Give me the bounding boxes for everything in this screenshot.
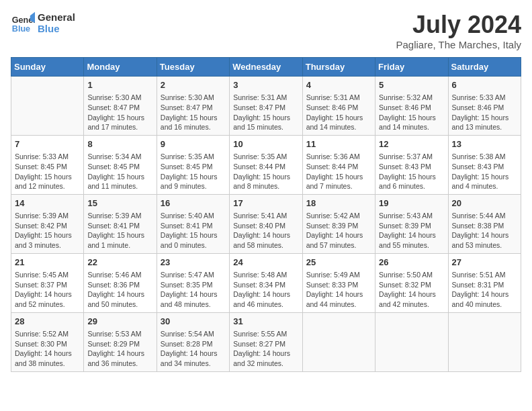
calendar-table: SundayMondayTuesdayWednesdayThursdayFrid…: [11, 57, 521, 372]
day-number: 18: [306, 197, 371, 210]
day-number: 7: [15, 138, 80, 150]
day-info: Sunrise: 5:51 AM Sunset: 8:31 PM Dayligh…: [452, 270, 517, 310]
day-info: Sunrise: 5:53 AM Sunset: 8:29 PM Dayligh…: [87, 329, 152, 369]
calendar-week-row: 21Sunrise: 5:45 AM Sunset: 8:37 PM Dayli…: [11, 253, 521, 312]
day-info: Sunrise: 5:41 AM Sunset: 8:40 PM Dayligh…: [233, 211, 298, 250]
calendar-cell: 10Sunrise: 5:35 AM Sunset: 8:44 PM Dayli…: [230, 135, 302, 194]
day-number: 4: [306, 79, 371, 91]
day-info: Sunrise: 5:50 AM Sunset: 8:32 PM Dayligh…: [379, 270, 444, 310]
day-info: Sunrise: 5:44 AM Sunset: 8:38 PM Dayligh…: [452, 211, 517, 250]
calendar-week-row: 7Sunrise: 5:33 AM Sunset: 8:45 PM Daylig…: [11, 135, 521, 194]
calendar-week-row: 14Sunrise: 5:39 AM Sunset: 8:42 PM Dayli…: [11, 194, 521, 253]
calendar-cell: 22Sunrise: 5:46 AM Sunset: 8:36 PM Dayli…: [84, 253, 157, 312]
day-number: 19: [379, 197, 444, 210]
day-number: 28: [15, 316, 80, 328]
calendar-cell: [302, 312, 375, 371]
logo-line1: General: [38, 11, 75, 23]
day-number: 15: [87, 197, 152, 210]
day-number: 30: [161, 316, 226, 328]
day-info: Sunrise: 5:38 AM Sunset: 8:43 PM Dayligh…: [452, 152, 517, 191]
weekday-header-row: SundayMondayTuesdayWednesdayThursdayFrid…: [11, 58, 521, 77]
weekday-header-monday: Monday: [84, 58, 157, 77]
day-info: Sunrise: 5:43 AM Sunset: 8:39 PM Dayligh…: [379, 211, 444, 250]
day-number: 11: [306, 138, 371, 150]
calendar-cell: 9Sunrise: 5:35 AM Sunset: 8:45 PM Daylig…: [157, 135, 229, 194]
day-info: Sunrise: 5:33 AM Sunset: 8:46 PM Dayligh…: [452, 93, 517, 132]
day-number: 20: [452, 197, 517, 210]
day-number: 6: [452, 79, 517, 91]
calendar-cell: 26Sunrise: 5:50 AM Sunset: 8:32 PM Dayli…: [375, 253, 448, 312]
weekday-header-saturday: Saturday: [448, 58, 521, 77]
day-number: 8: [87, 138, 152, 150]
calendar-cell: 19Sunrise: 5:43 AM Sunset: 8:39 PM Dayli…: [375, 194, 448, 253]
svg-text:Blue: Blue: [12, 24, 30, 34]
day-number: 9: [161, 138, 226, 150]
calendar-cell: 15Sunrise: 5:39 AM Sunset: 8:41 PM Dayli…: [84, 194, 157, 253]
page-header: General Blue General Blue July 2024 Pagl…: [11, 11, 521, 50]
calendar-cell: 18Sunrise: 5:42 AM Sunset: 8:39 PM Dayli…: [302, 194, 375, 253]
weekday-header-sunday: Sunday: [11, 58, 84, 77]
month-title: July 2024: [396, 11, 521, 39]
day-number: 22: [87, 257, 152, 269]
day-number: 17: [233, 197, 298, 210]
calendar-cell: 7Sunrise: 5:33 AM Sunset: 8:45 PM Daylig…: [11, 135, 84, 194]
calendar-cell: 27Sunrise: 5:51 AM Sunset: 8:31 PM Dayli…: [448, 253, 521, 312]
calendar-body: 1Sunrise: 5:30 AM Sunset: 8:47 PM Daylig…: [11, 77, 521, 372]
day-number: 23: [161, 257, 226, 269]
day-number: 27: [452, 257, 517, 269]
calendar-cell: 17Sunrise: 5:41 AM Sunset: 8:40 PM Dayli…: [230, 194, 302, 253]
title-block: July 2024 Pagliare, The Marches, Italy: [396, 11, 521, 50]
day-number: 21: [15, 257, 80, 269]
calendar-cell: 3Sunrise: 5:31 AM Sunset: 8:47 PM Daylig…: [230, 77, 302, 136]
logo-icon: General Blue: [11, 11, 35, 35]
calendar-week-row: 1Sunrise: 5:30 AM Sunset: 8:47 PM Daylig…: [11, 77, 521, 136]
calendar-cell: 29Sunrise: 5:53 AM Sunset: 8:29 PM Dayli…: [84, 312, 157, 371]
day-number: 25: [306, 257, 371, 269]
day-info: Sunrise: 5:30 AM Sunset: 8:47 PM Dayligh…: [87, 93, 152, 132]
day-number: 10: [233, 138, 298, 150]
calendar-cell: 12Sunrise: 5:37 AM Sunset: 8:43 PM Dayli…: [375, 135, 448, 194]
calendar-cell: 20Sunrise: 5:44 AM Sunset: 8:38 PM Dayli…: [448, 194, 521, 253]
day-number: 24: [233, 257, 298, 269]
logo: General Blue General Blue: [11, 11, 75, 35]
day-info: Sunrise: 5:32 AM Sunset: 8:46 PM Dayligh…: [379, 93, 444, 132]
weekday-header-wednesday: Wednesday: [230, 58, 302, 77]
day-info: Sunrise: 5:40 AM Sunset: 8:41 PM Dayligh…: [161, 211, 226, 250]
day-info: Sunrise: 5:48 AM Sunset: 8:34 PM Dayligh…: [233, 270, 298, 310]
day-info: Sunrise: 5:30 AM Sunset: 8:47 PM Dayligh…: [161, 93, 226, 132]
day-number: 3: [233, 79, 298, 91]
calendar-cell: 13Sunrise: 5:38 AM Sunset: 8:43 PM Dayli…: [448, 135, 521, 194]
calendar-cell: 14Sunrise: 5:39 AM Sunset: 8:42 PM Dayli…: [11, 194, 84, 253]
calendar-cell: 1Sunrise: 5:30 AM Sunset: 8:47 PM Daylig…: [84, 77, 157, 136]
day-info: Sunrise: 5:39 AM Sunset: 8:42 PM Dayligh…: [15, 211, 80, 250]
day-number: 1: [87, 79, 152, 91]
day-info: Sunrise: 5:54 AM Sunset: 8:28 PM Dayligh…: [161, 329, 226, 369]
day-number: 5: [379, 79, 444, 91]
calendar-cell: 24Sunrise: 5:48 AM Sunset: 8:34 PM Dayli…: [230, 253, 302, 312]
day-number: 16: [161, 197, 226, 210]
day-info: Sunrise: 5:46 AM Sunset: 8:36 PM Dayligh…: [87, 270, 152, 310]
day-info: Sunrise: 5:47 AM Sunset: 8:35 PM Dayligh…: [161, 270, 226, 310]
day-number: 14: [15, 197, 80, 210]
day-info: Sunrise: 5:49 AM Sunset: 8:33 PM Dayligh…: [306, 270, 371, 310]
day-number: 31: [233, 316, 298, 328]
day-info: Sunrise: 5:42 AM Sunset: 8:39 PM Dayligh…: [306, 211, 371, 250]
logo-line2: Blue: [38, 23, 75, 34]
day-number: 13: [452, 138, 517, 150]
day-info: Sunrise: 5:52 AM Sunset: 8:30 PM Dayligh…: [15, 329, 80, 369]
calendar-cell: 5Sunrise: 5:32 AM Sunset: 8:46 PM Daylig…: [375, 77, 448, 136]
weekday-header-friday: Friday: [375, 58, 448, 77]
day-info: Sunrise: 5:37 AM Sunset: 8:43 PM Dayligh…: [379, 152, 444, 191]
calendar-cell: 6Sunrise: 5:33 AM Sunset: 8:46 PM Daylig…: [448, 77, 521, 136]
day-info: Sunrise: 5:39 AM Sunset: 8:41 PM Dayligh…: [87, 211, 152, 250]
calendar-cell: 30Sunrise: 5:54 AM Sunset: 8:28 PM Dayli…: [157, 312, 229, 371]
day-info: Sunrise: 5:35 AM Sunset: 8:44 PM Dayligh…: [233, 152, 298, 191]
calendar-cell: 31Sunrise: 5:55 AM Sunset: 8:27 PM Dayli…: [230, 312, 302, 371]
calendar-cell: [11, 77, 84, 136]
calendar-cell: [375, 312, 448, 371]
day-info: Sunrise: 5:36 AM Sunset: 8:44 PM Dayligh…: [306, 152, 371, 191]
day-number: 12: [379, 138, 444, 150]
weekday-header-tuesday: Tuesday: [157, 58, 229, 77]
calendar-week-row: 28Sunrise: 5:52 AM Sunset: 8:30 PM Dayli…: [11, 312, 521, 371]
day-number: 29: [87, 316, 152, 328]
